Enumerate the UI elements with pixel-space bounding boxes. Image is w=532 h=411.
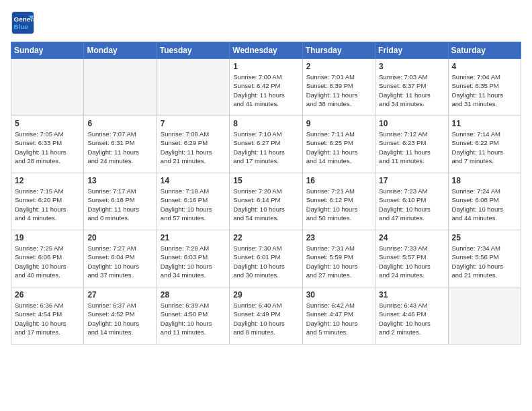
weekday-row: SundayMondayTuesdayWednesdayThursdayFrid… [11, 42, 521, 59]
day-info: Sunrise: 7:34 AM Sunset: 5:56 PM Dayligh… [452, 244, 517, 279]
svg-text:Blue: Blue [14, 23, 29, 30]
calendar-cell: 21Sunrise: 7:28 AM Sunset: 6:03 PM Dayli… [157, 230, 229, 287]
day-info: Sunrise: 7:18 AM Sunset: 6:16 PM Dayligh… [161, 187, 226, 222]
weekday-header-saturday: Saturday [448, 42, 521, 59]
day-number: 4 [452, 62, 517, 71]
calendar-cell: 2Sunrise: 7:01 AM Sunset: 6:39 PM Daylig… [302, 59, 375, 116]
calendar-cell: 25Sunrise: 7:34 AM Sunset: 5:56 PM Dayli… [448, 230, 521, 287]
day-info: Sunrise: 7:03 AM Sunset: 6:37 PM Dayligh… [379, 73, 444, 108]
day-info: Sunrise: 6:36 AM Sunset: 4:54 PM Dayligh… [15, 301, 80, 336]
day-info: Sunrise: 6:37 AM Sunset: 4:52 PM Dayligh… [87, 301, 152, 336]
day-info: Sunrise: 7:00 AM Sunset: 6:42 PM Dayligh… [233, 73, 298, 108]
day-info: Sunrise: 7:24 AM Sunset: 6:08 PM Dayligh… [452, 187, 517, 222]
calendar-cell: 27Sunrise: 6:37 AM Sunset: 4:52 PM Dayli… [84, 287, 157, 345]
day-info: Sunrise: 6:42 AM Sunset: 4:47 PM Dayligh… [306, 301, 371, 336]
day-number: 5 [15, 119, 80, 128]
calendar-cell: 17Sunrise: 7:23 AM Sunset: 6:10 PM Dayli… [375, 173, 448, 230]
day-number: 8 [233, 119, 298, 128]
weekday-header-monday: Monday [84, 42, 157, 59]
day-number: 7 [161, 119, 226, 128]
day-number: 29 [233, 290, 298, 300]
day-number: 26 [15, 290, 80, 300]
calendar-cell: 19Sunrise: 7:25 AM Sunset: 6:06 PM Dayli… [11, 230, 84, 287]
calendar-cell: 4Sunrise: 7:04 AM Sunset: 6:35 PM Daylig… [448, 59, 521, 116]
calendar-week-3: 12Sunrise: 7:15 AM Sunset: 6:20 PM Dayli… [11, 173, 521, 230]
calendar-week-5: 26Sunrise: 6:36 AM Sunset: 4:54 PM Dayli… [11, 287, 521, 345]
calendar-cell: 29Sunrise: 6:40 AM Sunset: 4:49 PM Dayli… [230, 287, 302, 345]
calendar-cell: 28Sunrise: 6:39 AM Sunset: 4:50 PM Dayli… [157, 287, 229, 345]
calendar-cell: 15Sunrise: 7:20 AM Sunset: 6:14 PM Dayli… [230, 173, 302, 230]
day-info: Sunrise: 6:40 AM Sunset: 4:49 PM Dayligh… [233, 301, 298, 336]
calendar-cell: 13Sunrise: 7:17 AM Sunset: 6:18 PM Dayli… [84, 173, 157, 230]
day-info: Sunrise: 7:25 AM Sunset: 6:06 PM Dayligh… [15, 244, 80, 279]
calendar-header: SundayMondayTuesdayWednesdayThursdayFrid… [11, 42, 521, 59]
day-number: 3 [379, 62, 444, 71]
day-number: 20 [87, 233, 152, 242]
day-info: Sunrise: 7:20 AM Sunset: 6:14 PM Dayligh… [233, 187, 298, 222]
logo-icon: General Blue [11, 11, 35, 35]
weekday-header-friday: Friday [375, 42, 448, 59]
calendar-week-1: 1Sunrise: 7:00 AM Sunset: 6:42 PM Daylig… [11, 59, 521, 116]
calendar-cell: 7Sunrise: 7:08 AM Sunset: 6:29 PM Daylig… [157, 116, 229, 173]
day-number: 16 [306, 176, 371, 185]
weekday-header-thursday: Thursday [302, 42, 375, 59]
calendar-cell: 5Sunrise: 7:05 AM Sunset: 6:33 PM Daylig… [11, 116, 84, 173]
page-header: General Blue [11, 11, 521, 35]
calendar-week-2: 5Sunrise: 7:05 AM Sunset: 6:33 PM Daylig… [11, 116, 521, 173]
logo: General Blue [11, 11, 36, 35]
day-info: Sunrise: 7:28 AM Sunset: 6:03 PM Dayligh… [161, 244, 226, 279]
day-number: 14 [161, 176, 226, 185]
calendar-cell: 16Sunrise: 7:21 AM Sunset: 6:12 PM Dayli… [302, 173, 375, 230]
day-number: 6 [87, 119, 152, 128]
calendar-cell: 10Sunrise: 7:12 AM Sunset: 6:23 PM Dayli… [375, 116, 448, 173]
calendar-cell: 6Sunrise: 7:07 AM Sunset: 6:31 PM Daylig… [84, 116, 157, 173]
weekday-header-sunday: Sunday [11, 42, 84, 59]
day-info: Sunrise: 7:33 AM Sunset: 5:57 PM Dayligh… [379, 244, 444, 279]
day-number: 30 [306, 290, 371, 300]
day-number: 2 [306, 62, 371, 71]
calendar-body: 1Sunrise: 7:00 AM Sunset: 6:42 PM Daylig… [11, 59, 521, 345]
day-info: Sunrise: 7:30 AM Sunset: 6:01 PM Dayligh… [233, 244, 298, 279]
day-info: Sunrise: 6:39 AM Sunset: 4:50 PM Dayligh… [161, 301, 226, 336]
day-number: 12 [15, 176, 80, 185]
day-number: 19 [15, 233, 80, 242]
calendar-cell [11, 59, 84, 116]
day-number: 9 [306, 119, 371, 128]
calendar-cell: 26Sunrise: 6:36 AM Sunset: 4:54 PM Dayli… [11, 287, 84, 345]
day-number: 31 [379, 290, 444, 300]
weekday-header-wednesday: Wednesday [230, 42, 302, 59]
day-number: 10 [379, 119, 444, 128]
day-info: Sunrise: 7:14 AM Sunset: 6:22 PM Dayligh… [452, 130, 517, 165]
day-number: 24 [379, 233, 444, 242]
day-number: 18 [452, 176, 517, 185]
day-info: Sunrise: 7:07 AM Sunset: 6:31 PM Dayligh… [87, 130, 152, 165]
calendar-cell: 1Sunrise: 7:00 AM Sunset: 6:42 PM Daylig… [230, 59, 302, 116]
calendar-cell: 12Sunrise: 7:15 AM Sunset: 6:20 PM Dayli… [11, 173, 84, 230]
day-info: Sunrise: 7:12 AM Sunset: 6:23 PM Dayligh… [379, 130, 444, 165]
day-info: Sunrise: 7:01 AM Sunset: 6:39 PM Dayligh… [306, 73, 371, 108]
day-info: Sunrise: 7:27 AM Sunset: 6:04 PM Dayligh… [87, 244, 152, 279]
day-number: 13 [87, 176, 152, 185]
calendar-cell: 18Sunrise: 7:24 AM Sunset: 6:08 PM Dayli… [448, 173, 521, 230]
calendar-cell: 11Sunrise: 7:14 AM Sunset: 6:22 PM Dayli… [448, 116, 521, 173]
calendar-cell: 31Sunrise: 6:43 AM Sunset: 4:46 PM Dayli… [375, 287, 448, 345]
calendar-cell: 22Sunrise: 7:30 AM Sunset: 6:01 PM Dayli… [230, 230, 302, 287]
day-number: 17 [379, 176, 444, 185]
calendar-cell [84, 59, 157, 116]
calendar-cell: 30Sunrise: 6:42 AM Sunset: 4:47 PM Dayli… [302, 287, 375, 345]
day-number: 27 [87, 290, 152, 300]
day-info: Sunrise: 7:23 AM Sunset: 6:10 PM Dayligh… [379, 187, 444, 222]
weekday-header-tuesday: Tuesday [157, 42, 229, 59]
day-info: Sunrise: 7:11 AM Sunset: 6:25 PM Dayligh… [306, 130, 371, 165]
day-number: 25 [452, 233, 517, 242]
calendar-cell [448, 287, 521, 345]
calendar-cell: 3Sunrise: 7:03 AM Sunset: 6:37 PM Daylig… [375, 59, 448, 116]
day-info: Sunrise: 7:31 AM Sunset: 5:59 PM Dayligh… [306, 244, 371, 279]
day-info: Sunrise: 7:05 AM Sunset: 6:33 PM Dayligh… [15, 130, 80, 165]
calendar-cell: 8Sunrise: 7:10 AM Sunset: 6:27 PM Daylig… [230, 116, 302, 173]
day-number: 1 [233, 62, 298, 71]
calendar-cell: 14Sunrise: 7:18 AM Sunset: 6:16 PM Dayli… [157, 173, 229, 230]
calendar-cell: 9Sunrise: 7:11 AM Sunset: 6:25 PM Daylig… [302, 116, 375, 173]
day-info: Sunrise: 7:17 AM Sunset: 6:18 PM Dayligh… [87, 187, 152, 222]
calendar-cell [157, 59, 229, 116]
